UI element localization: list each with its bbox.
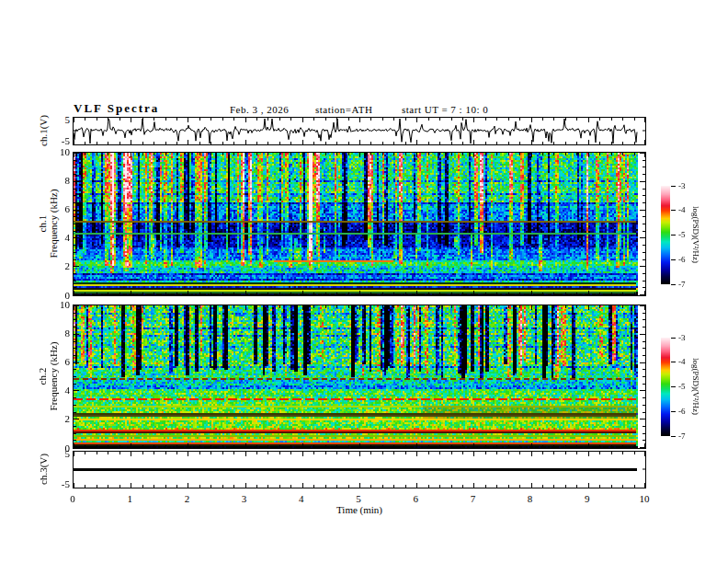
- y-tick-label: 10: [37, 147, 70, 157]
- colorbar-tick: [671, 362, 676, 362]
- colorbar-tick-label: -7: [678, 281, 686, 289]
- colorbar-tick: [671, 386, 676, 387]
- time-tick-label: 0: [70, 494, 75, 504]
- colorbar-tick-label: -3: [678, 334, 686, 342]
- ch2-spectrogram-panel: [73, 304, 646, 449]
- y-tick-label: 6: [37, 204, 70, 214]
- ch1-voltage-panel: [73, 117, 646, 145]
- ch2-colorbar-label: log(PSD)(V²/Hz): [691, 358, 700, 415]
- time-tick-label: 5: [356, 494, 361, 504]
- time-tick-label: 6: [413, 494, 418, 504]
- time-tick-label: 10: [640, 494, 650, 504]
- time-tick-label: 7: [471, 494, 476, 504]
- ch1-label: ch.1: [37, 190, 48, 259]
- colorbar-tick-label: -6: [678, 256, 686, 264]
- time-tick-label: 2: [185, 494, 190, 504]
- y-tick-label: 10: [37, 300, 70, 310]
- y-tick-label: 5: [37, 449, 70, 459]
- frequency-khz-label: Frequency (kHz): [48, 342, 59, 411]
- colorbar-tick-label: -5: [678, 383, 686, 391]
- colorbar-tick: [671, 284, 676, 285]
- y-tick-label: 2: [37, 414, 70, 424]
- plot-title: VLF Spectra: [74, 101, 159, 116]
- y-tick-label: 8: [37, 176, 70, 186]
- ch1-voltage-waveform-canvas: [74, 118, 645, 144]
- y-tick-label: 6: [37, 357, 70, 367]
- ch1-colorbar: [661, 186, 670, 284]
- ch2-label: ch.2: [37, 342, 48, 411]
- y-tick-label: -5: [37, 479, 70, 489]
- ch1-frequency-axis-label: ch.1 Frequency (kHz): [37, 190, 59, 259]
- time-tick-label: 1: [127, 494, 132, 504]
- y-tick-label: 5: [37, 115, 70, 125]
- ch1-spectrogram-panel: [73, 152, 646, 296]
- y-tick-label: 2: [37, 261, 70, 271]
- colorbar-tick: [671, 186, 676, 187]
- colorbar-tick-label: -5: [678, 231, 686, 239]
- colorbar-tick: [671, 411, 676, 412]
- colorbar-tick: [671, 436, 676, 437]
- colorbar-tick-label: -6: [678, 408, 686, 416]
- y-tick-label: 4: [37, 385, 70, 396]
- start-ut-label: start UT = 7 : 10: 0: [402, 104, 488, 115]
- colorbar-tick-label: -7: [678, 432, 686, 441]
- colorbar-tick-label: -4: [678, 206, 686, 214]
- date-label: Feb. 3 , 2026: [230, 104, 289, 115]
- colorbar-tick: [671, 259, 676, 260]
- ch2-colorbar: [661, 338, 670, 436]
- ch1-colorbar-label: log(PSD)(V²/Hz): [691, 206, 700, 263]
- ch2-frequency-axis-label: ch.2 Frequency (kHz): [37, 342, 59, 411]
- colorbar-tick: [671, 338, 676, 339]
- ch3-voltage-flatline-canvas: [74, 452, 645, 488]
- colorbar-tick: [671, 235, 676, 236]
- frequency-khz-label: Frequency (kHz): [48, 190, 59, 259]
- colorbar-tick-label: -4: [678, 358, 686, 366]
- colorbar-tick: [671, 210, 676, 211]
- time-tick-label: 8: [528, 494, 533, 504]
- ch1-spectrogram-ticks-overlay: [74, 153, 645, 295]
- time-tick-label: 3: [242, 494, 247, 504]
- y-tick-label: -5: [37, 136, 70, 146]
- y-tick-label: 8: [37, 328, 70, 339]
- y-tick-label: 4: [37, 233, 70, 243]
- ch2-spectrogram-ticks-overlay: [74, 305, 645, 448]
- vlf-spectra-figure: VLF Spectra Feb. 3 , 2026 station=ATH st…: [0, 0, 728, 563]
- station-label: station=ATH: [315, 104, 372, 115]
- time-tick-label: 9: [585, 494, 590, 504]
- time-axis-title: Time (min): [336, 505, 382, 515]
- ch3-voltage-panel: [73, 451, 646, 488]
- time-tick-label: 4: [299, 494, 304, 504]
- colorbar-tick-label: -3: [678, 182, 686, 190]
